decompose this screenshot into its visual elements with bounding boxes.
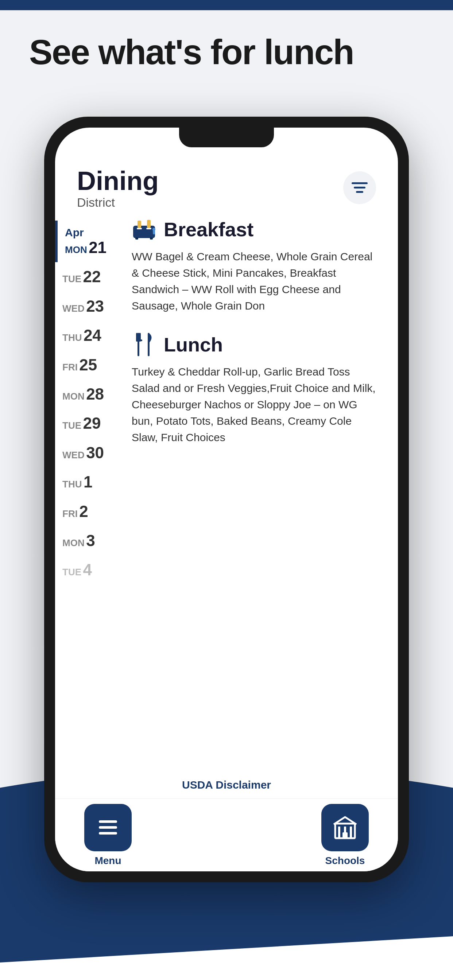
schools-icon	[332, 816, 358, 840]
breakfast-description: WW Bagel & Cream Cheese, Whole Grain Cer…	[132, 248, 380, 314]
hero-section: See what's for lunch	[29, 33, 424, 72]
schools-tab-icon-wrap	[321, 804, 369, 851]
lunch-description: Turkey & Cheddar Roll-up, Garlic Bread T…	[132, 363, 380, 445]
phone-mockup: Dining District	[44, 117, 409, 882]
phone-frame: Dining District	[44, 117, 409, 882]
menu-tab-label: Menu	[94, 855, 121, 867]
date-item-tue-22[interactable]: TUE 22	[55, 262, 121, 291]
date-item-fri-25[interactable]: FRI 25	[55, 350, 121, 380]
month-label: Apr	[65, 226, 113, 239]
date-item-tue-4[interactable]: TUE 4	[55, 555, 121, 584]
svg-rect-0	[352, 182, 368, 184]
date-item-wed-30[interactable]: WED 30	[55, 438, 121, 468]
date-item-wed-23[interactable]: WED 23	[55, 292, 121, 321]
svg-rect-21	[338, 827, 340, 838]
phone-screen: Dining District	[55, 127, 398, 871]
day-name: TUE	[62, 420, 81, 431]
day-name: FRI	[62, 362, 78, 372]
svg-rect-4	[137, 228, 142, 229]
phone-notch	[179, 127, 274, 147]
svg-rect-23	[350, 827, 352, 838]
day-num: 23	[86, 297, 104, 315]
filter-button[interactable]	[343, 171, 376, 204]
svg-rect-8	[135, 237, 138, 240]
date-item-fri-2[interactable]: FRI 2	[55, 497, 121, 526]
day-name: WED	[62, 303, 85, 314]
day-num: 2	[79, 503, 88, 520]
usda-disclaimer[interactable]: USDA Disclaimer	[55, 772, 398, 799]
svg-rect-18	[99, 826, 117, 829]
tab-schools[interactable]: Schools	[321, 804, 369, 867]
day-num: 30	[86, 444, 104, 461]
app-subtitle: District	[77, 196, 159, 210]
breakfast-header: Breakfast	[132, 217, 380, 242]
date-item-mon-3[interactable]: MON 3	[55, 526, 121, 555]
schools-tab-label: Schools	[325, 855, 365, 867]
date-item-thu-24[interactable]: THU 24	[55, 321, 121, 350]
svg-rect-1	[354, 187, 365, 188]
day-num: 29	[83, 414, 100, 432]
menu-content: Breakfast WW Bagel & Cream Cheese, Whole…	[121, 217, 398, 772]
menu-tab-icon-wrap	[84, 804, 132, 851]
app-title: Dining	[77, 168, 159, 194]
svg-rect-24	[343, 832, 348, 838]
day-name: TUE	[62, 274, 81, 285]
filter-icon	[352, 181, 368, 194]
day-name: FRI	[62, 508, 78, 519]
svg-rect-7	[147, 220, 151, 228]
svg-rect-3	[133, 226, 155, 238]
day-num: 22	[83, 267, 100, 285]
day-name: TUE	[62, 566, 81, 578]
day-num: 21	[89, 239, 107, 256]
breakfast-title: Breakfast	[164, 218, 254, 240]
day-name: THU	[62, 332, 82, 343]
day-name: THU	[62, 479, 82, 490]
fork-knife-svg	[135, 332, 153, 357]
date-item-tue-29[interactable]: TUE 29	[55, 409, 121, 438]
breakfast-icon	[132, 217, 156, 242]
date-item-mon-28[interactable]: MON 28	[55, 380, 121, 409]
svg-rect-9	[150, 237, 153, 240]
day-num: 28	[86, 385, 104, 403]
svg-rect-17	[99, 820, 117, 823]
date-sidebar: Apr MON 21 TUE 22 WED 23	[55, 217, 121, 772]
svg-rect-6	[137, 221, 141, 228]
date-item-thu-1[interactable]: THU 1	[55, 468, 121, 496]
menu-icon	[97, 818, 119, 837]
top-bar	[0, 0, 453, 10]
svg-rect-15	[136, 339, 142, 341]
day-num: 3	[86, 531, 95, 549]
app-header: Dining District	[55, 157, 398, 217]
day-name: MON	[62, 538, 85, 548]
tab-menu[interactable]: Menu	[84, 804, 132, 867]
screen-content: Dining District	[55, 127, 398, 871]
day-name: MON	[65, 244, 87, 255]
tab-bar: Menu	[55, 799, 398, 871]
date-item-apr-21[interactable]: Apr MON 21	[55, 221, 121, 262]
lunch-icon	[132, 332, 156, 357]
main-content: Apr MON 21 TUE 22 WED 23	[55, 217, 398, 772]
breakfast-section: Breakfast WW Bagel & Cream Cheese, Whole…	[132, 217, 380, 314]
hero-title: See what's for lunch	[29, 33, 424, 72]
day-num: 25	[79, 356, 97, 374]
svg-rect-5	[146, 228, 152, 229]
day-num: 24	[83, 326, 101, 344]
day-name: WED	[62, 450, 85, 460]
day-num: 4	[83, 561, 91, 579]
svg-rect-19	[99, 832, 117, 835]
day-num: 1	[83, 473, 92, 491]
svg-point-11	[152, 228, 155, 231]
svg-rect-2	[356, 191, 363, 193]
svg-rect-16	[148, 333, 150, 356]
lunch-title: Lunch	[164, 333, 223, 356]
lunch-header: Lunch	[132, 332, 380, 357]
day-name: MON	[62, 391, 85, 402]
app-title-block: Dining District	[77, 168, 159, 210]
lunch-section: Lunch Turkey & Cheddar Roll-up, Garlic B…	[132, 332, 380, 445]
toaster-svg	[132, 218, 156, 240]
